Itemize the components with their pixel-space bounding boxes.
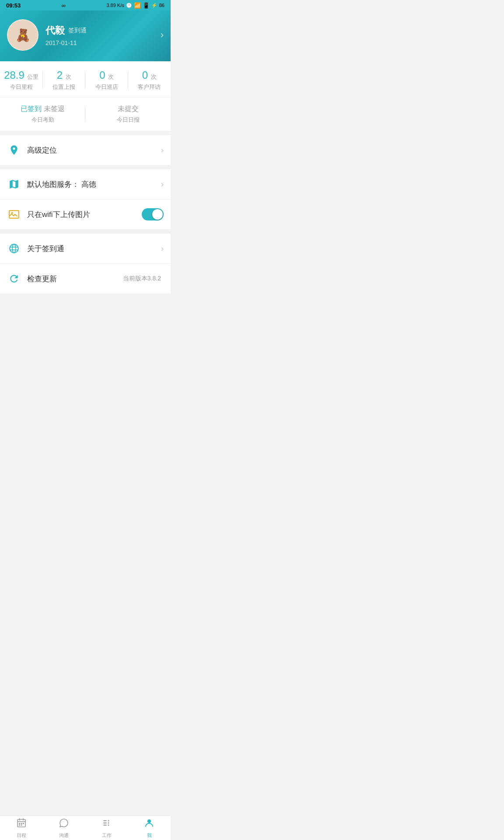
menu-label-map-service: 默认地图服务： 高德 — [27, 179, 161, 189]
wifi-upload-toggle[interactable] — [142, 208, 164, 220]
not-submitted-label: 未提交 — [118, 105, 139, 112]
status-bar: 09:53 ∞ 3.89 K/s 🕐 📶 📱 ⚡ 86 — [0, 0, 171, 10]
signal-icon: 📱 — [143, 2, 150, 9]
menu-label-check-update: 检查更新 — [27, 274, 123, 284]
stat-location-value-row: 2 次 — [43, 69, 86, 81]
stat-visit: 0 次 客户拜访 — [128, 69, 171, 91]
attendance-daily: 未提交 今日日报 — [85, 105, 171, 124]
name-row: 代毅 签到通 — [46, 24, 161, 37]
menu-label-about: 关于签到通 — [27, 244, 161, 254]
battery-level: 86 — [159, 3, 164, 8]
menu-arrow-map-service: › — [161, 180, 164, 189]
wifi-icon: 📶 — [134, 2, 141, 9]
stat-location: 2 次 位置上报 — [43, 69, 86, 91]
stats-section: 28.9 公里 今日里程 2 次 位置上报 0 次 今日巡店 0 次 客户拜访 — [0, 61, 171, 97]
charging-icon: ⚡ — [151, 3, 158, 8]
svg-point-3 — [12, 244, 16, 253]
menu-item-about[interactable]: 关于签到通 › — [0, 234, 171, 264]
separator-2 — [0, 165, 171, 169]
lastfm-icon: ∞ — [62, 2, 66, 9]
menu-label-wifi-upload: 只在wifi下上传图片 — [27, 210, 142, 220]
avatar: 🧸 — [7, 19, 38, 51]
clock-icon: 🕐 — [126, 3, 132, 8]
menu-item-wifi-upload[interactable]: 只在wifi下上传图片 — [0, 200, 171, 229]
attendance-daily-status: 未提交 — [85, 105, 171, 114]
stat-visit-value: 0 — [142, 69, 148, 81]
avatar-image: 🧸 — [15, 28, 31, 42]
menu-section-3: 关于签到通 › 检查更新 当前版本3.8.2 — [0, 234, 171, 294]
status-time: 09:53 — [6, 2, 21, 9]
menu-section-2: 默认地图服务： 高德 › 只在wifi下上传图片 — [0, 169, 171, 229]
attendance-checkin-status: 已签到 未签退 — [0, 105, 85, 114]
stat-distance-value: 28.9 — [4, 69, 24, 81]
stat-distance-unit: 公里 — [27, 74, 38, 80]
menu-label-advanced-location: 高级定位 — [27, 145, 161, 155]
globe-icon — [7, 242, 21, 256]
stat-patrol: 0 次 今日巡店 — [85, 69, 128, 91]
toggle-knob — [152, 209, 163, 220]
stat-patrol-label: 今日巡店 — [85, 83, 128, 91]
user-tag: 签到通 — [68, 27, 87, 35]
attendance-daily-label: 今日日报 — [85, 116, 171, 124]
stat-patrol-unit: 次 — [108, 74, 114, 80]
status-right: 3.89 K/s 🕐 📶 📱 ⚡ 86 — [106, 2, 164, 9]
header-arrow[interactable]: › — [161, 29, 164, 41]
stat-location-label: 位置上报 — [43, 83, 86, 91]
menu-section-1: 高级定位 › — [0, 135, 171, 165]
user-name: 代毅 — [46, 24, 65, 37]
stat-distance-label: 今日里程 — [0, 83, 43, 91]
current-version: 当前版本3.8.2 — [123, 275, 161, 283]
map-icon — [7, 177, 21, 191]
menu-arrow-advanced-location: › — [161, 146, 164, 155]
stat-visit-unit: 次 — [151, 74, 157, 80]
header-info: 代毅 签到通 2017-01-11 — [46, 24, 161, 46]
stat-location-value: 2 — [57, 69, 63, 81]
stat-visit-label: 客户拜访 — [128, 83, 171, 91]
header-section[interactable]: 🧸 代毅 签到通 2017-01-11 › — [0, 10, 171, 61]
network-speed: 3.89 K/s — [106, 3, 124, 8]
menu-arrow-about: › — [161, 244, 164, 253]
header-date: 2017-01-11 — [46, 39, 161, 46]
stat-distance-value-row: 28.9 公里 — [0, 69, 43, 81]
refresh-icon — [7, 272, 21, 286]
stat-patrol-value: 0 — [99, 69, 105, 81]
separator-1 — [0, 131, 171, 135]
stat-visit-value-row: 0 次 — [128, 69, 171, 81]
attendance-today-label: 今日考勤 — [0, 116, 85, 124]
checked-in-label: 已签到 — [21, 105, 42, 112]
attendance-checkin: 已签到 未签退 今日考勤 — [0, 105, 85, 124]
svg-point-2 — [10, 244, 18, 253]
stat-location-unit: 次 — [66, 74, 71, 80]
separator-3 — [0, 229, 171, 234]
menu-item-map-service[interactable]: 默认地图服务： 高德 › — [0, 169, 171, 200]
stat-distance: 28.9 公里 今日里程 — [0, 69, 43, 91]
menu-item-advanced-location[interactable]: 高级定位 › — [0, 135, 171, 165]
menu-item-check-update[interactable]: 检查更新 当前版本3.8.2 — [0, 264, 171, 294]
stat-patrol-value-row: 0 次 — [85, 69, 128, 81]
image-icon — [7, 207, 21, 221]
not-signed-out-label: 未签退 — [44, 105, 65, 112]
attendance-section: 已签到 未签退 今日考勤 未提交 今日日报 — [0, 98, 171, 131]
location-icon — [7, 143, 21, 157]
